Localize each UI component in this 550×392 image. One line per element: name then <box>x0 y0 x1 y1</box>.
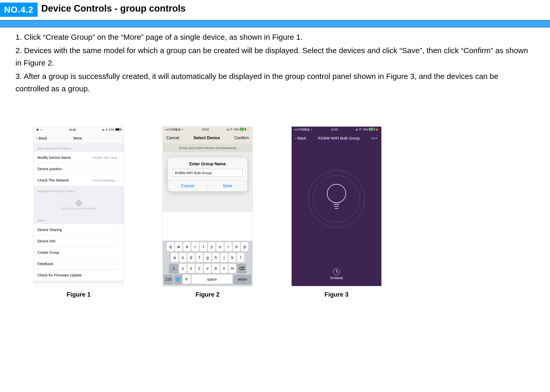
bulb-control[interactable] <box>308 170 365 227</box>
key-y[interactable]: y <box>208 242 215 251</box>
status-battery: ⊛ ⏱ 74% ⚡ <box>356 128 379 131</box>
nav-title: Select Device <box>193 136 220 140</box>
section-number-badge: NO.4.2 <box>0 3 38 17</box>
subtitle: Group and control devices simultaneously <box>163 144 252 152</box>
row-device-position[interactable]: Device position › <box>34 163 124 175</box>
key-globe-icon[interactable]: 🌐 <box>174 275 182 284</box>
chevron-right-icon: › <box>119 156 120 160</box>
key-o[interactable]: o <box>233 242 240 251</box>
confirm-button[interactable]: Confirm <box>234 136 249 140</box>
status-battery: ⊛ ⏱ 67% <box>102 128 121 132</box>
key-t[interactable]: t <box>200 242 207 251</box>
key-l[interactable]: l <box>237 253 244 262</box>
row-value: RGBW WIFI Bulb <box>93 156 117 160</box>
divider-bar <box>0 20 550 27</box>
key-return[interactable]: return <box>233 275 251 284</box>
clock-icon <box>333 268 340 275</box>
alert-cancel-button[interactable]: Cancel <box>168 181 208 191</box>
section-header-thirdparty: Supported Third-party Control <box>34 186 124 195</box>
row-label: Modify Device Name <box>37 156 71 160</box>
key-i[interactable]: i <box>225 242 232 251</box>
row-check-network[interactable]: Check The Network Check immediat...› <box>34 175 124 186</box>
key-h[interactable]: h <box>212 253 219 262</box>
key-m[interactable]: m <box>229 264 236 273</box>
instruction-step-2: 2. Devices with the same model for which… <box>15 44 529 69</box>
remove-device-button[interactable]: Remove Device <box>34 283 124 286</box>
schedule-button[interactable]: Schedule <box>292 268 381 280</box>
figure-3-label: Figure 3 <box>324 291 348 298</box>
svg-point-0 <box>327 184 346 203</box>
key-e[interactable]: e <box>183 242 191 251</box>
nav-title: More <box>34 136 121 140</box>
key-k[interactable]: k <box>229 253 236 262</box>
key-shift[interactable]: ⇧ <box>169 264 178 273</box>
row-feedback[interactable]: Feedback› <box>34 258 124 270</box>
status-bar: ••ıl 中国电信 ᯤ 16:02 ⊛ ⏱ 74% ⚡ <box>292 127 381 132</box>
alert-enter-group-name: Enter Group Name RGBW WIFI Bulb Group Ca… <box>168 158 247 191</box>
key-space[interactable]: space <box>192 275 232 284</box>
key-d[interactable]: d <box>187 253 195 262</box>
status-time: 10:48 <box>69 128 76 131</box>
back-button[interactable]: ‹ Back <box>295 136 306 140</box>
status-battery: ⊛ ⏱ 74% ⚡ <box>227 128 250 131</box>
key-f[interactable]: f <box>196 253 203 262</box>
status-bar: ••ıl 中国电信 ᯤ 16:01 ⊛ ⏱ 74% ⚡ <box>163 127 252 132</box>
cancel-button[interactable]: Cancel <box>166 136 179 140</box>
chevron-right-icon: › <box>119 167 120 171</box>
cube-icon <box>75 199 83 207</box>
section-header-other: Other <box>34 215 124 224</box>
alert-save-button[interactable]: Save <box>208 181 248 191</box>
key-mic-icon[interactable]: 🎙 <box>183 275 191 284</box>
schedule-label: Schedule <box>330 276 343 280</box>
group-name-input[interactable]: RGBW WIFI Bulb Group <box>173 169 243 177</box>
more-menu-button[interactable]: ••• <box>371 136 378 140</box>
nav-title: RGBW WIFI Bulb Group <box>318 136 360 140</box>
nav-bar: ‹ Back RGBW WIFI Bulb Group ••• <box>292 132 381 144</box>
key-a[interactable]: a <box>171 253 178 262</box>
chevron-right-icon: › <box>119 239 120 243</box>
key-v[interactable]: v <box>204 264 211 273</box>
key-r[interactable]: r <box>192 242 199 251</box>
page-title: Device Controls - group controls <box>41 3 186 14</box>
chevron-right-icon: › <box>119 228 120 232</box>
row-firmware-update[interactable]: Check for Firmware Update› <box>34 270 124 281</box>
key-n[interactable]: n <box>220 264 228 273</box>
key-q[interactable]: q <box>167 242 174 251</box>
figure-2-label: Figure 2 <box>195 291 219 298</box>
status-time: 16:01 <box>202 128 209 131</box>
chevron-right-icon: › <box>119 262 120 266</box>
thirdparty-placeholder: No third-party control available <box>34 195 124 215</box>
figure-2-column: ••ıl 中国电信 ᯤ 16:01 ⊛ ⏱ 74% ⚡ Cancel Selec… <box>162 126 253 298</box>
chevron-right-icon: › <box>119 273 120 277</box>
row-create-group[interactable]: Create Group› <box>34 247 124 258</box>
key-u[interactable]: u <box>216 242 224 251</box>
status-bar: ✈ ᯤ 10:48 ⊛ ⏱ 67% <box>34 127 124 133</box>
figure-1-column: ✈ ᯤ 10:48 ⊛ ⏱ 67% ‹ Back More Basic info… <box>34 126 124 298</box>
figures-row: ✈ ᯤ 10:48 ⊛ ⏱ 67% ‹ Back More Basic info… <box>34 126 513 298</box>
key-j[interactable]: j <box>220 253 228 262</box>
status-carrier: ••ıl 中国电信 ᯤ <box>165 128 184 132</box>
figure-2-phone: ••ıl 中国电信 ᯤ 16:01 ⊛ ⏱ 74% ⚡ Cancel Selec… <box>162 126 253 286</box>
key-p[interactable]: p <box>241 242 248 251</box>
status-carrier: ••ıl 中国电信 ᯤ <box>294 128 313 132</box>
key-s[interactable]: s <box>179 253 186 262</box>
row-device-sharing[interactable]: Device Sharing› <box>34 224 124 235</box>
bulb-icon <box>325 183 348 212</box>
key-w[interactable]: w <box>175 242 182 251</box>
keyboard-row-2: a s d f g h j k l <box>163 251 252 262</box>
row-modify-device-name[interactable]: Modify Device Name RGBW WIFI Bulb› <box>34 152 124 163</box>
nav-bar: Cancel Select Device Confirm <box>163 132 252 144</box>
key-c[interactable]: c <box>196 264 203 273</box>
nav-bar: ‹ Back More <box>34 133 124 143</box>
key-x[interactable]: x <box>187 264 195 273</box>
keyboard-row-4: 123 🌐 🎙 space return <box>163 273 252 286</box>
key-b[interactable]: b <box>212 264 219 273</box>
row-device-info[interactable]: Device Info› <box>34 235 124 247</box>
alert-title: Enter Group Name <box>168 158 247 169</box>
key-z[interactable]: z <box>179 264 186 273</box>
key-123[interactable]: 123 <box>164 275 173 284</box>
keyboard-row-1: q w e r t y u i o p <box>163 241 252 251</box>
keyboard-row-3: ⇧ z x c v b n m ⌫ <box>163 262 252 273</box>
key-backspace[interactable]: ⌫ <box>237 264 246 273</box>
key-g[interactable]: g <box>204 253 211 262</box>
